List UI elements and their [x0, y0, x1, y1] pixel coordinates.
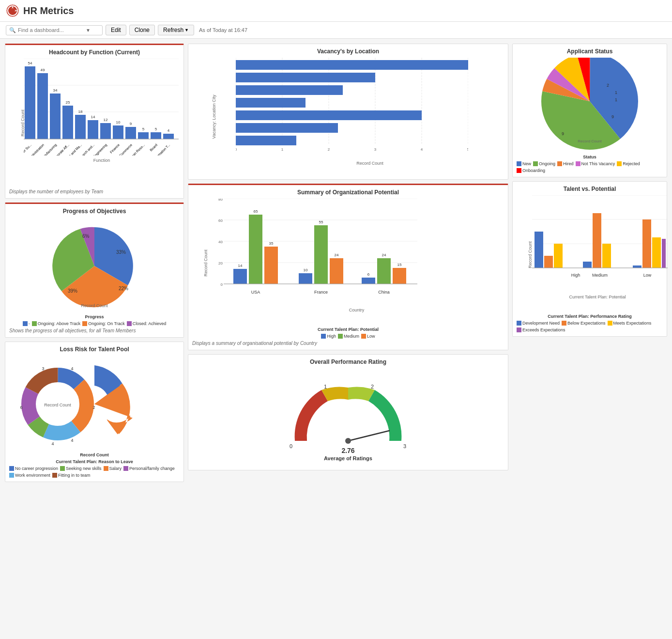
svg-point-130 [345, 438, 351, 444]
app-icon [6, 4, 19, 17]
headcount-chart: 0 20 40 60 54 49 34 25 [24, 59, 179, 156]
svg-rect-14 [50, 94, 61, 139]
edit-button[interactable]: Edit [106, 25, 126, 35]
svg-rect-116 [362, 278, 375, 284]
applicant-status-label: Status [517, 155, 663, 159]
svg-text:49: 49 [41, 68, 45, 72]
applicant-pie: 2 1 1 9 9 Record Count [522, 58, 657, 155]
timestamp: As of Today at 16:47 [199, 27, 247, 33]
svg-text:10: 10 [116, 120, 121, 125]
svg-rect-10 [25, 66, 35, 139]
svg-text:Record Count: Record Count [81, 303, 108, 308]
header: HR Metrics [0, 0, 672, 22]
svg-text:6: 6 [367, 272, 370, 277]
dashboard: Headcount by Function (Current) Record C… [0, 39, 672, 487]
svg-rect-20 [88, 120, 98, 139]
svg-text:4: 4 [168, 128, 170, 133]
svg-rect-109 [299, 273, 312, 284]
svg-rect-155 [554, 244, 563, 268]
svg-text:9: 9 [611, 114, 614, 119]
svg-rect-106 [264, 247, 278, 284]
svg-text:Low: Low [643, 273, 652, 278]
svg-rect-163 [652, 237, 661, 268]
loss-risk-legend-title: Current Talent Plan: Reason to Leave [9, 459, 180, 464]
headcount-x-label: Function [24, 158, 180, 163]
svg-rect-30 [151, 132, 161, 139]
talent-y-label: Record Count [528, 241, 533, 268]
svg-rect-80 [236, 85, 343, 95]
svg-rect-161 [633, 265, 641, 268]
svg-text:5: 5 [467, 147, 468, 152]
svg-text:4: 4 [421, 147, 423, 152]
progress-subtitle: Shows the progress of all objectives, fo… [9, 328, 180, 333]
talent-x-label: Current Talent Plan: Potential [532, 295, 663, 299]
search-container[interactable]: 🔍 ▼ [6, 25, 103, 35]
svg-text:22%: 22% [119, 286, 128, 291]
left-column: Headcount by Function (Current) Record C… [5, 44, 184, 482]
svg-rect-162 [642, 219, 651, 268]
svg-text:High: High [571, 273, 580, 278]
search-input[interactable] [18, 27, 86, 33]
performance-title: Overall Performance Rating [192, 358, 504, 365]
svg-rect-157 [583, 262, 592, 268]
svg-text:2: 2 [607, 83, 609, 88]
svg-rect-81 [236, 98, 305, 108]
svg-rect-28 [138, 132, 149, 139]
svg-rect-78 [236, 60, 468, 70]
svg-text:1: 1 [281, 147, 284, 152]
talent-potential-card: Talent vs. Potential Record Count 60 40 … [512, 181, 667, 337]
refresh-dropdown-icon[interactable]: ▼ [184, 28, 189, 32]
loss-risk-title: Loss Risk for Talent Pool [9, 346, 180, 353]
search-icon: 🔍 [9, 27, 16, 33]
middle-column: Vacancy's by Location Vacancy: Location … [188, 44, 508, 482]
svg-text:20: 20 [218, 261, 223, 265]
svg-text:3: 3 [403, 443, 406, 449]
clone-button[interactable]: Clone [129, 25, 155, 35]
org-potential-legend: High Medium Low [192, 334, 504, 339]
dropdown-icon[interactable]: ▼ [86, 28, 91, 33]
svg-rect-158 [593, 213, 601, 268]
refresh-button[interactable]: Refresh ▼ [158, 25, 194, 35]
svg-text:1: 1 [615, 90, 617, 95]
svg-rect-153 [535, 232, 543, 268]
org-potential-legend-label: Current Talent Plan: Potential [192, 327, 504, 332]
svg-text:Finance: Finance [109, 143, 121, 154]
svg-text:1: 1 [324, 384, 327, 390]
org-potential-title: Summary of Organizational Potential [192, 189, 504, 196]
gauge-chart: 0 1 2 3 2.76 [271, 373, 426, 460]
svg-rect-159 [602, 244, 611, 268]
svg-text:France: France [314, 290, 328, 295]
svg-text:1: 1 [615, 97, 617, 102]
svg-text:12: 12 [104, 118, 108, 122]
svg-text:Board: Board [149, 143, 158, 152]
svg-rect-12 [37, 73, 48, 139]
svg-text:Customer Su...: Customer Su... [24, 143, 32, 156]
loss-risk-legend: No career progression Seeking new skills… [9, 466, 180, 478]
svg-text:Medium: Medium [592, 273, 608, 278]
svg-rect-111 [314, 225, 328, 284]
svg-rect-102 [233, 269, 247, 284]
svg-rect-16 [62, 106, 73, 139]
svg-text:0: 0 [290, 443, 292, 449]
svg-rect-79 [236, 73, 375, 82]
svg-rect-154 [544, 256, 553, 268]
svg-text:0: 0 [236, 147, 237, 152]
svg-rect-24 [113, 125, 123, 139]
svg-rect-83 [236, 123, 338, 133]
svg-text:34: 34 [53, 88, 58, 93]
svg-text:4: 4 [71, 366, 73, 371]
svg-text:3: 3 [374, 147, 377, 152]
org-potential-x-label: Country [209, 308, 504, 312]
svg-text:2: 2 [328, 147, 330, 152]
svg-rect-118 [377, 258, 391, 284]
headcount-title: Headcount by Function (Current) [9, 49, 180, 56]
svg-text:25: 25 [66, 100, 70, 105]
svg-rect-18 [75, 115, 86, 139]
svg-rect-113 [330, 258, 343, 284]
svg-text:40: 40 [218, 240, 223, 244]
vacancies-chart: 0 1 2 3 4 5 [236, 58, 468, 159]
svg-text:2.76: 2.76 [341, 447, 354, 454]
svg-text:0: 0 [221, 282, 223, 287]
svg-rect-22 [100, 123, 111, 139]
vacancies-card: Vacancy's by Location Vacancy: Location … [188, 44, 508, 180]
